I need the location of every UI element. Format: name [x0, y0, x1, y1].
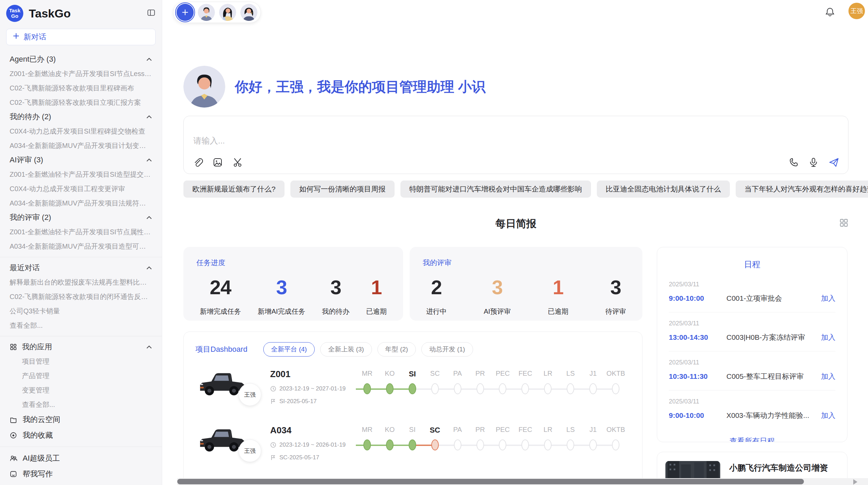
milestone-dot[interactable]: [499, 383, 506, 394]
milestone[interactable]: J1: [582, 370, 604, 397]
milestone-dot[interactable]: [589, 439, 597, 450]
milestone-dot[interactable]: [363, 383, 371, 394]
my-app-item[interactable]: 产品管理: [0, 369, 162, 383]
milestone[interactable]: PEC: [492, 370, 514, 397]
milestone[interactable]: J1: [582, 426, 604, 453]
new-chat-button[interactable]: 新对话: [6, 29, 156, 45]
milestone[interactable]: SI: [401, 426, 424, 453]
recent-chat-item[interactable]: 公司Q3轻卡销量: [0, 304, 162, 318]
user-avatar[interactable]: 王强: [848, 3, 865, 19]
suggestion-chip[interactable]: 欧洲新规最近颁布了什么?: [183, 181, 285, 198]
sidebar-task-item[interactable]: C0X4-动力总成开发项目SI里程碑提交物检查: [0, 124, 162, 138]
avatar-woman2-icon[interactable]: [240, 4, 257, 21]
suggestion-chip[interactable]: 特朗普可能对进口汽车增税会对中国车企造成哪些影响: [400, 181, 591, 198]
project-code[interactable]: A034: [270, 425, 356, 436]
milestone[interactable]: PR: [469, 370, 492, 397]
milestone-dot[interactable]: [567, 383, 574, 394]
milestone-dot[interactable]: [386, 383, 394, 394]
recent-view-all[interactable]: 查看全部...: [0, 318, 162, 333]
milestone-dot[interactable]: [454, 439, 461, 450]
sidebar-task-item[interactable]: C02-飞腾新能源轻客改款项目里程碑画布: [0, 81, 162, 95]
dashboard-filter-chip[interactable]: 全新平台 (4): [263, 342, 315, 357]
schedule-view-all[interactable]: 查看所有日程: [669, 429, 835, 442]
dashboard-filter-chip[interactable]: 动总开发 (1): [421, 342, 473, 357]
task-section-header[interactable]: 我的待办 (2): [0, 110, 162, 124]
milestone-dot[interactable]: [612, 439, 619, 450]
milestone[interactable]: KO: [378, 370, 401, 397]
my-app-item[interactable]: 项目管理: [0, 354, 162, 369]
milestone[interactable]: PA: [446, 426, 469, 453]
attachment-icon[interactable]: [193, 157, 203, 169]
recent-chats-header[interactable]: 最近对话: [0, 261, 162, 275]
schedule-join-link[interactable]: 加入: [821, 372, 835, 381]
milestone-dot[interactable]: [544, 439, 552, 450]
sidebar-task-item[interactable]: A034-全新新能源MUV产品开发项目法规符合性评审: [0, 196, 162, 210]
sidebar-item-creative-drawing[interactable]: 创意制图: [0, 482, 162, 485]
task-section-header[interactable]: AI评审 (3): [0, 153, 162, 167]
layout-grid-icon[interactable]: [839, 218, 848, 229]
sidebar-item-cloud-space[interactable]: 我的云空间: [0, 412, 162, 427]
horizontal-scrollbar[interactable]: [177, 479, 804, 484]
sidebar-item-ai-super-staff[interactable]: AI超级员工: [0, 450, 162, 466]
milestone[interactable]: LR: [537, 426, 559, 453]
milestone[interactable]: SC: [424, 370, 446, 397]
milestone[interactable]: LS: [559, 370, 582, 397]
milestone-dot[interactable]: [386, 439, 394, 450]
milestone[interactable]: PA: [446, 370, 469, 397]
scroll-right-arrow-icon[interactable]: [853, 479, 857, 485]
sidebar-task-item[interactable]: C0X4-动力总成开发项目工程变更评审: [0, 182, 162, 196]
sidebar-task-item[interactable]: Z001-全新燃油轻卡产品开发项目SI节点属性5D文件评审: [0, 225, 162, 239]
voice-call-icon[interactable]: [788, 157, 799, 169]
sidebar-task-item[interactable]: A034-全新新能源MUV产品开发项目计划变更表编写: [0, 138, 162, 153]
milestone-dot[interactable]: [477, 439, 484, 450]
suggestion-chip[interactable]: 当下年轻人对汽车外观有怎样的喜好趋势: [736, 181, 868, 198]
avatar-woman-icon[interactable]: [219, 4, 236, 21]
milestone[interactable]: MR: [356, 426, 378, 453]
project-owner-avatar[interactable]: 王强: [239, 439, 261, 462]
sidebar-item-help-me-write[interactable]: 帮我写作: [0, 466, 162, 482]
milestone-dot[interactable]: [454, 383, 461, 394]
send-icon[interactable]: [828, 157, 839, 169]
suggestion-chip[interactable]: 比亚迪全固态电池计划具体说了什么: [597, 181, 730, 198]
milestone-dot[interactable]: [477, 383, 484, 394]
task-section-header[interactable]: Agent已办 (3): [0, 52, 162, 66]
milestone[interactable]: KO: [378, 426, 401, 453]
milestone[interactable]: PR: [469, 426, 492, 453]
milestone[interactable]: SI: [401, 370, 424, 397]
milestone[interactable]: PEC: [492, 426, 514, 453]
project-code[interactable]: Z001: [270, 369, 356, 380]
my-app-item[interactable]: 查看全部...: [0, 397, 162, 412]
dashboard-filter-chip[interactable]: 全新上装 (3): [320, 342, 372, 357]
schedule-join-link[interactable]: 加入: [821, 333, 835, 342]
milestone[interactable]: OKTB: [604, 370, 627, 397]
milestone-dot[interactable]: [567, 439, 574, 450]
milestone-dot[interactable]: [612, 383, 619, 394]
notifications-bell-icon[interactable]: [825, 7, 835, 18]
microphone-icon[interactable]: [808, 157, 819, 169]
project-owner-avatar[interactable]: 王强: [239, 383, 261, 406]
milestone-dot[interactable]: [409, 383, 416, 394]
milestone-dot[interactable]: [363, 439, 371, 450]
collapse-sidebar-icon[interactable]: [147, 8, 156, 18]
milestone-dot[interactable]: [521, 383, 529, 394]
scissors-icon[interactable]: [232, 157, 243, 169]
sidebar-task-item[interactable]: Z001-全新燃油轻卡产品开发项目SI造型提交物评审: [0, 167, 162, 182]
image-upload-icon[interactable]: [213, 157, 223, 169]
recent-chat-item[interactable]: C02-飞腾新能源轻客改款项目的闭环通告反馈情况: [0, 289, 162, 304]
milestone[interactable]: FEC: [514, 370, 537, 397]
milestone-dot[interactable]: [431, 383, 439, 394]
my-apps-header[interactable]: 我的应用: [0, 340, 162, 354]
my-app-item[interactable]: 变更管理: [0, 383, 162, 397]
milestone[interactable]: OKTB: [604, 426, 627, 453]
milestone[interactable]: SC: [424, 426, 446, 453]
sidebar-task-item[interactable]: A034-全新新能源MUV产品开发项目造型可行性评审: [0, 239, 162, 253]
milestone[interactable]: LS: [559, 426, 582, 453]
avatar-man-icon[interactable]: [198, 4, 215, 21]
sidebar-item-favorites[interactable]: 我的收藏: [0, 427, 162, 443]
sidebar-task-item[interactable]: Z001-全新燃油皮卡产品开发项目SI节点Lesson Learn报告: [0, 66, 162, 81]
recent-chat-item[interactable]: 解释最新出台的欧盟报废车法规再生塑料比例被调至15%...: [0, 275, 162, 289]
milestone-dot[interactable]: [499, 439, 506, 450]
milestone-dot[interactable]: [409, 439, 416, 450]
milestone[interactable]: FEC: [514, 426, 537, 453]
milestone-dot[interactable]: [544, 383, 552, 394]
